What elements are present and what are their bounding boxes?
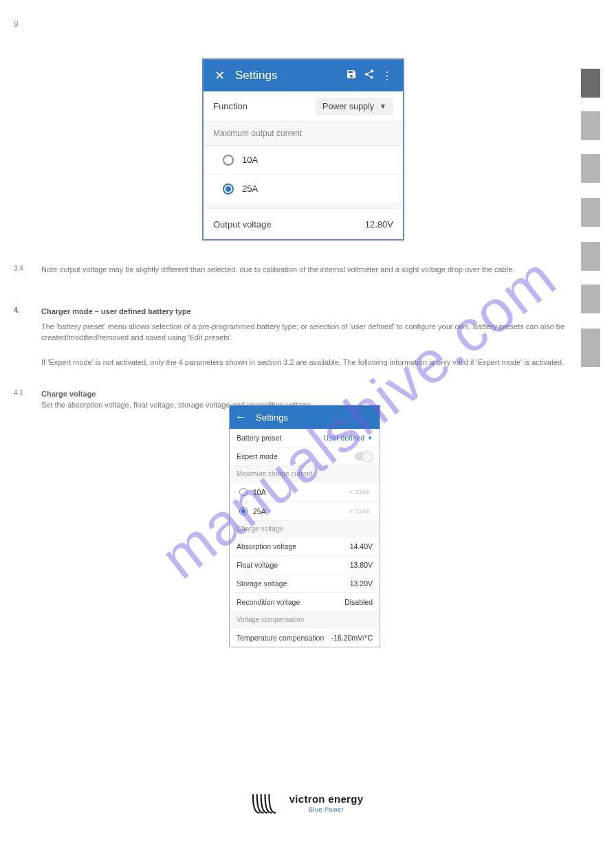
battery-preset-value: User defined xyxy=(324,434,365,442)
appbar-title: Settings xyxy=(256,412,288,423)
paragraph-3-4: Note output voltage may be slightly diff… xyxy=(41,265,571,276)
appbar: ✕ Settings ⋮ xyxy=(204,60,403,91)
share-icon[interactable] xyxy=(360,69,378,82)
battery-preset-label: Battery preset xyxy=(237,434,281,442)
appbar-title: Settings xyxy=(228,69,342,82)
appbar: ← Settings xyxy=(230,405,380,429)
radio-option-25a[interactable]: 25A xyxy=(204,175,403,203)
recondition-voltage-row[interactable]: Recondition voltage Disabled xyxy=(230,593,380,612)
settings-card-charger: ← Settings Battery preset User defined ▼… xyxy=(229,405,380,647)
side-tab-3[interactable] xyxy=(581,154,600,183)
page-number: 9 xyxy=(14,19,19,29)
side-tab-5[interactable] xyxy=(581,242,600,271)
paragraph-4b: If 'Expert mode' is not activated, only … xyxy=(41,357,571,368)
paragraph-4a: The 'battery preset' menu allows selecti… xyxy=(41,322,571,344)
side-tab-6[interactable] xyxy=(581,285,600,313)
back-icon[interactable]: ← xyxy=(235,411,246,423)
section-max-output-current: Maximum output current xyxy=(204,122,403,146)
radio-option-10a[interactable]: 10A < 33Ah xyxy=(230,482,380,502)
absorption-voltage-row[interactable]: Absorption voltage 14.40V xyxy=(230,537,380,556)
radio-option-10a[interactable]: 10A xyxy=(204,146,403,175)
temperature-compensation-row[interactable]: Temperature compensation -16.20mV/°C xyxy=(230,628,380,647)
temperature-compensation-label: Temperature compensation xyxy=(237,634,324,642)
output-voltage-label: Output voltage xyxy=(213,219,272,230)
storage-voltage-value: 13.20V xyxy=(350,579,373,588)
footer-subtitle: Blue Power xyxy=(289,806,364,813)
footer-brand: victron energy xyxy=(289,793,364,805)
victron-logo-icon xyxy=(251,790,281,815)
battery-preset-dropdown[interactable]: User defined ▼ xyxy=(324,434,373,442)
section-number-4: 4. xyxy=(14,307,19,314)
radio-icon xyxy=(223,155,234,166)
radio-icon xyxy=(223,183,234,194)
side-tab-4[interactable] xyxy=(581,198,600,227)
radio-label: 10A xyxy=(253,488,266,496)
storage-voltage-label: Storage voltage xyxy=(237,579,287,588)
chevron-down-icon: ▼ xyxy=(380,102,386,110)
storage-voltage-row[interactable]: Storage voltage 13.20V xyxy=(230,575,380,593)
radio-hint: > 33Ah xyxy=(349,507,370,515)
section-voltage-compensation: Voltage compensation xyxy=(230,612,380,628)
radio-icon xyxy=(239,507,248,515)
radio-icon xyxy=(239,488,248,496)
heading-4-1: Charge voltage xyxy=(41,389,571,400)
float-voltage-label: Float voltage xyxy=(237,561,278,569)
section-number-4-1: 4.1 xyxy=(14,389,23,397)
function-value: Power supply xyxy=(322,102,374,111)
footer-logo: victron energy Blue Power xyxy=(0,790,614,818)
absorption-voltage-value: 14.40V xyxy=(350,542,373,550)
function-dropdown[interactable]: Power supply ▼ xyxy=(316,98,393,115)
function-label: Function xyxy=(213,101,248,111)
heading-4: Charger mode – user defined battery type xyxy=(41,307,571,318)
temperature-compensation-value: -16.20mV/°C xyxy=(331,634,373,642)
save-icon[interactable] xyxy=(342,69,360,82)
output-voltage-value: 12.80V xyxy=(365,219,393,230)
section-charge-voltage: Charge voltage xyxy=(230,521,380,537)
side-tab-2[interactable] xyxy=(581,111,600,140)
radio-option-25a[interactable]: 25A > 33Ah xyxy=(230,502,380,521)
close-icon[interactable]: ✕ xyxy=(210,68,228,83)
chevron-down-icon: ▼ xyxy=(367,435,373,441)
float-voltage-row[interactable]: Float voltage 13.80V xyxy=(230,556,380,575)
function-row: Function Power supply ▼ xyxy=(204,91,403,122)
divider xyxy=(204,203,403,209)
side-tab-1[interactable] xyxy=(581,69,600,98)
output-voltage-row[interactable]: Output voltage 12.80V xyxy=(204,209,403,239)
more-icon[interactable]: ⋮ xyxy=(378,69,396,82)
radio-label: 25A xyxy=(242,183,258,194)
radio-hint: < 33Ah xyxy=(349,488,370,496)
expert-mode-toggle[interactable] xyxy=(355,452,373,460)
expert-mode-label: Expert mode xyxy=(237,452,278,460)
float-voltage-value: 13.80V xyxy=(350,561,373,569)
absorption-voltage-label: Absorption voltage xyxy=(237,542,296,550)
section-max-charge-current: Maximum charge current xyxy=(230,466,380,482)
radio-label: 10A xyxy=(242,155,258,165)
recondition-voltage-label: Recondition voltage xyxy=(237,598,300,606)
section-number-3-4: 3.4 xyxy=(14,265,23,272)
expert-mode-row: Expert mode xyxy=(230,447,380,466)
recondition-voltage-value: Disabled xyxy=(344,598,373,606)
settings-card-power-supply: ✕ Settings ⋮ Function Power supply ▼ Max… xyxy=(202,58,404,241)
side-tab-7[interactable] xyxy=(581,329,600,367)
radio-label: 25A xyxy=(253,507,266,515)
battery-preset-row: Battery preset User defined ▼ xyxy=(230,429,380,447)
